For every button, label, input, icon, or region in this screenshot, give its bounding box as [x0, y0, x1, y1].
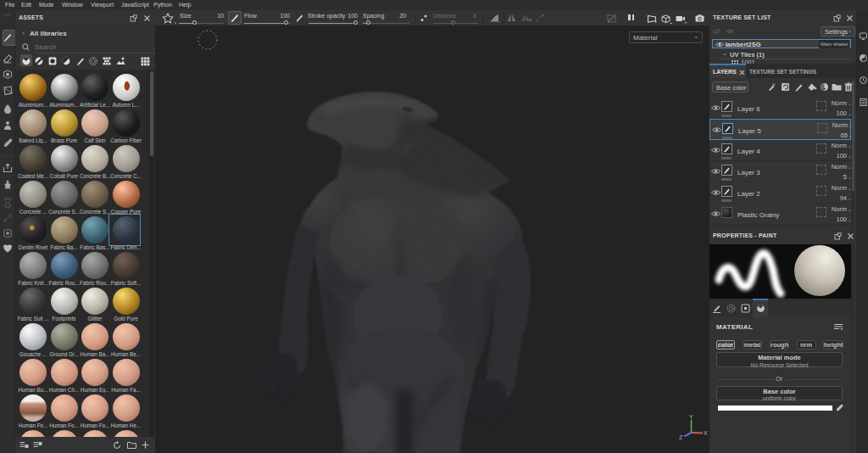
svg-text:Y: Y — [689, 414, 693, 420]
svg-text:X: X — [704, 430, 708, 436]
svg-text:Z: Z — [679, 434, 683, 440]
